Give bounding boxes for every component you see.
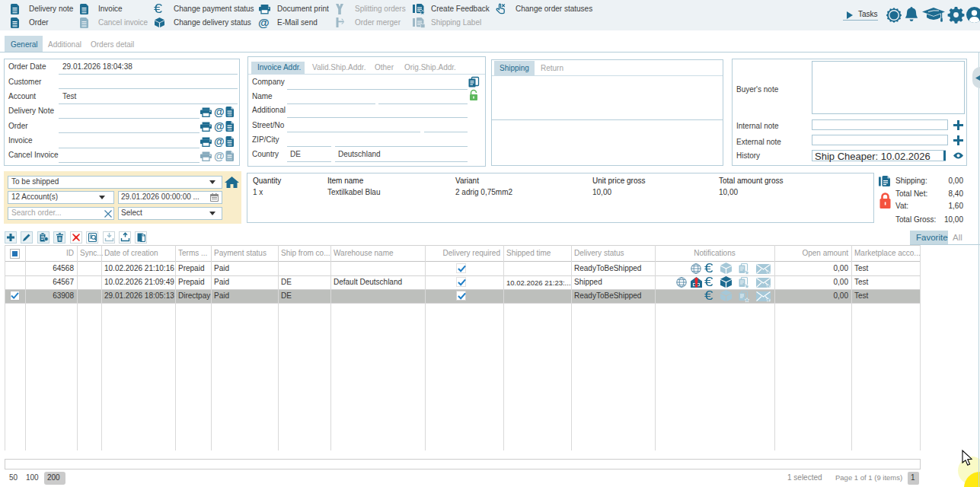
svg-text:123: 123 <box>228 129 231 132</box>
svg-text:123: 123 <box>228 114 231 117</box>
svg-text:123: 123 <box>228 144 231 147</box>
